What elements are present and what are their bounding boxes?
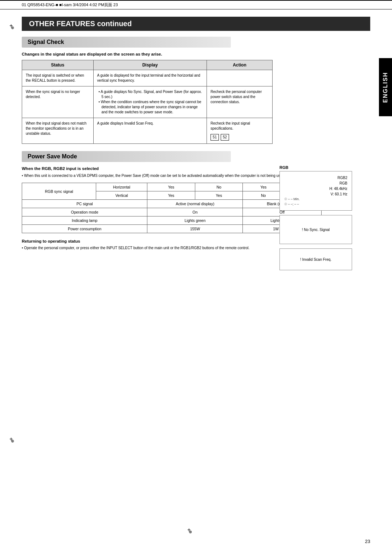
row3-action-text: Recheck the input signal specifications.	[211, 121, 269, 131]
no-sync-box: ! No Sync. Signal	[279, 215, 352, 244]
col-header-status: Status	[22, 60, 94, 70]
signal-check-subtitle: Changes in the signal status are display…	[22, 52, 370, 56]
indicating-lamp-label: Indicating lamp	[22, 216, 147, 225]
rgb-icon-2: ☉ – –; – –	[284, 202, 347, 207]
rgb-box-1: RGB2 RGB H: 48.4kHz V: 60.1 Hz ☉ – – Min…	[279, 171, 352, 211]
rgb-area: RGB RGB2 RGB H: 48.4kHz V: 60.1 Hz ☉ – –…	[279, 165, 352, 270]
main-content: OTHER FEATURES continued Signal Check Ch…	[0, 9, 392, 258]
page: 01 QR58543-ENG-■ ■I-sam 3/4/2004 4:02 PM…	[0, 0, 392, 555]
col-header-action: Action	[207, 60, 273, 70]
row2-display-bullet1: A guide displays No Sync. Signal, and Po…	[102, 89, 203, 100]
rgb-header: RGB2 RGB H: 48.4kHz V: 60.1 Hz	[284, 175, 347, 197]
row1-action	[207, 70, 273, 86]
no-sync-text: ! No Sync. Signal	[302, 228, 330, 232]
operation-on: On	[147, 208, 243, 216]
rgb-line-1: RGB2	[284, 175, 347, 181]
row1-status: The input signal is switched or when the…	[22, 70, 94, 86]
row3-display: A guide displays Invalid Scan Freq.	[93, 118, 207, 144]
signal-table: Status Display Action The input signal i…	[22, 60, 273, 144]
rgb-line-3: H: 48.4kHz	[284, 186, 347, 191]
h-no1: No	[195, 183, 243, 191]
row2-status: When the sync signal is no longer detect…	[22, 86, 94, 118]
pc-signal-active: Active (normal display)	[147, 200, 243, 208]
v-yes1: Yes	[147, 191, 195, 200]
table-row: RGB sync signal Horizontal Yes No Yes No	[22, 183, 322, 191]
table-row: When the input signal does not match the…	[22, 118, 273, 144]
rgb-line-4: V: 60.1 Hz	[284, 191, 347, 197]
rgb-icons: ☉ – – Min. ☉ – –; – –	[284, 197, 347, 207]
row3-action: Recheck the input signal specifications.…	[207, 118, 273, 144]
vertical-label: Vertical	[96, 191, 147, 200]
row3-status: When the input signal does not match the…	[22, 118, 94, 144]
row1-display: A guide is displayed for the input termi…	[93, 70, 207, 86]
crosshair-bottom: ⊕	[189, 530, 196, 537]
pc-signal-label: PC signal	[22, 200, 147, 208]
rgb-sync-label: RGB sync signal	[22, 183, 96, 200]
col-header-display: Display	[93, 60, 207, 70]
horizontal-label: Horizontal	[96, 183, 147, 191]
table-row: Operation mode On Off	[22, 208, 322, 216]
rgb-line-2: RGB	[284, 181, 347, 186]
operation-mode-label: Operation mode	[22, 208, 147, 216]
header-bar: 01 QR58543-ENG-■ ■I-sam 3/4/2004 4:02 PM…	[0, 0, 392, 9]
side-label: ENGLISH	[379, 58, 392, 116]
badge-51: 51	[211, 134, 219, 141]
power-save-title: Power Save Mode	[22, 151, 231, 162]
v-yes2: Yes	[195, 191, 243, 200]
table-row: Power consumption 155W 1W or less	[22, 225, 322, 233]
row2-display-bullet2: When the condition continues where the s…	[102, 100, 203, 115]
signal-check-title: Signal Check	[22, 37, 231, 48]
main-title: OTHER FEATURES continued	[22, 17, 370, 31]
v-no1: No	[243, 191, 284, 200]
h-yes1: Yes	[147, 183, 195, 191]
row2-action: Recheck the personal computer power swit…	[207, 86, 273, 118]
rgb-icon-1: ☉ – – Min.	[284, 197, 347, 202]
crosshair-left-bottom: ⊕	[11, 439, 18, 446]
table-row: The input signal is switched or when the…	[22, 70, 273, 86]
row2-display: A guide displays No Sync. Signal, and Po…	[93, 86, 207, 118]
badge-52: 52	[221, 134, 229, 141]
rgb-label: RGB	[279, 165, 352, 170]
power-save-table: RGB sync signal Horizontal Yes No Yes No…	[22, 183, 322, 233]
table-row: When the sync signal is no longer detect…	[22, 86, 273, 118]
power-consumption-label: Power consumption	[22, 225, 147, 233]
signal-check-section: Signal Check Changes in the signal statu…	[22, 37, 370, 144]
h-yes2: Yes	[243, 183, 284, 191]
page-number: 23	[365, 539, 370, 544]
invalid-scan-text: ! Invalid Scan Freq.	[300, 258, 331, 262]
table-row: Indicating lamp Lights green Lights oran…	[22, 216, 322, 225]
row3-badges: 51 52	[211, 134, 269, 141]
crosshair-left-top: ⊕	[11, 25, 18, 33]
invalid-scan-box: ! Invalid Scan Freq.	[279, 248, 352, 270]
header-text: 01 QR58543-ENG-■ ■I-sam 3/4/2004 4:02 PM…	[22, 3, 118, 7]
power-155w: 155W	[147, 225, 243, 233]
table-row: PC signal Active (normal display) Blank …	[22, 200, 322, 208]
lamp-green: Lights green	[147, 216, 243, 225]
signal-check-content: RGB RGB2 RGB H: 48.4kHz V: 60.1 Hz ☉ – –…	[22, 60, 370, 144]
